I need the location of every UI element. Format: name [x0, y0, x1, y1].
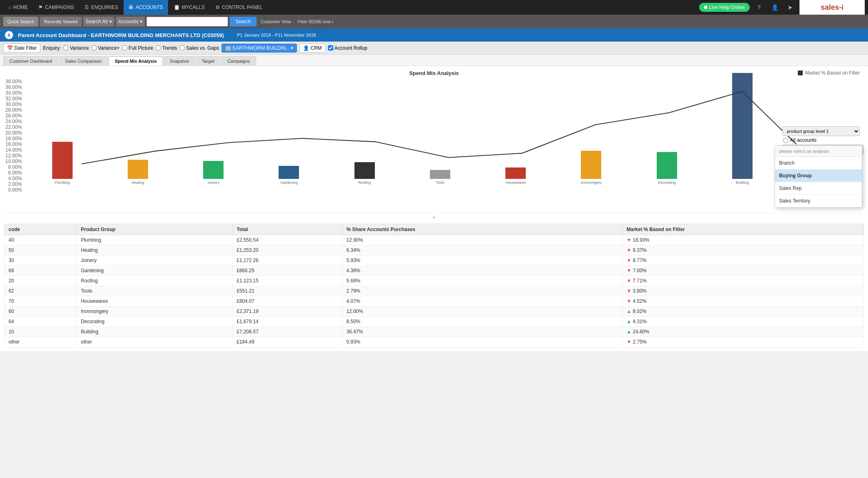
- customer-view-link[interactable]: Customer View: [261, 19, 291, 24]
- bar-roofing[interactable]: [354, 162, 375, 179]
- bar-gardening[interactable]: [279, 166, 299, 179]
- bar-label-heating: Heating: [131, 181, 144, 185]
- variance-radio[interactable]: Variance: [63, 45, 89, 51]
- accounts-dropdown[interactable]: Accounts ▾: [116, 17, 145, 26]
- table-row[interactable]: 40Plumbing£2,550.5412.90% ▼ 18.93%: [4, 235, 864, 245]
- account-rollup-input[interactable]: [328, 45, 333, 51]
- nav-mycalls[interactable]: 📋 MYCALLS: [169, 0, 210, 15]
- chart-resizer[interactable]: +: [4, 213, 864, 221]
- table-row[interactable]: 60Ironmongery£2,371.1912.00% ▲ 8.02%: [4, 306, 864, 317]
- variance-plus-radio[interactable]: Variance+: [91, 45, 120, 51]
- search-go-button[interactable]: Search: [230, 17, 257, 26]
- account-rollup-checkbox[interactable]: Account Rollup: [328, 45, 368, 51]
- table-cell: Gardening: [77, 266, 232, 276]
- date-filter-button[interactable]: 📅 Date Filter: [3, 44, 40, 53]
- bar-housewares[interactable]: [505, 167, 526, 179]
- trend-down-icon: ▼: [627, 288, 633, 294]
- account-period: P1 January 2018 - P11 November 2018: [237, 33, 316, 37]
- tab-campaigns[interactable]: Campaigns: [221, 56, 256, 66]
- bar-building[interactable]: [732, 73, 753, 179]
- all-accounts-radio-row[interactable]: All accounts: [782, 136, 864, 144]
- chart-container: 38.00% 36.00% 34.00% 32.00% 30.00% 28.00…: [4, 79, 864, 201]
- search-input[interactable]: [146, 17, 228, 26]
- bar-label-plumbing: Plumbing: [55, 181, 70, 185]
- table-row[interactable]: 50Heating£1,253.206.34% ▼ 9.37%: [4, 245, 864, 256]
- forward-button[interactable]: ➤: [784, 1, 796, 13]
- bar-plumbing[interactable]: [52, 142, 73, 179]
- bar-label-gardening: Gardening: [280, 181, 297, 185]
- nav-accounts[interactable]: 🏛 ACCOUNTS: [124, 0, 168, 15]
- bar-tools[interactable]: [430, 170, 450, 179]
- trends-radio[interactable]: Trends: [155, 45, 177, 51]
- earthworm-button[interactable]: 🏢 EARTHWORM BUILDIN... ▾: [221, 44, 297, 53]
- tab-spend-mix-analysis[interactable]: Spend Mix Analysis: [108, 56, 163, 66]
- sales-vs-gaps-radio[interactable]: Sales vs. Gaps: [179, 45, 219, 51]
- recently-viewed-button[interactable]: Recently Viewed: [40, 17, 82, 26]
- crm-button[interactable]: 👤 CRM: [299, 44, 325, 53]
- all-accounts-radio[interactable]: [783, 138, 788, 143]
- full-picture-radio-input[interactable]: [122, 45, 127, 51]
- bar-group-joinery: Joinery: [176, 161, 251, 185]
- bar-heating[interactable]: [128, 160, 148, 179]
- table-cell: £1,679.14: [232, 317, 342, 327]
- table-cell: 64: [4, 317, 77, 327]
- chart-inner: PlumbingHeatingJoineryGardeningRoofingTo…: [24, 79, 864, 193]
- table-row[interactable]: 68Gardening£866.254.38% ▼ 7.00%: [4, 266, 864, 276]
- table-row[interactable]: otherother£184.490.93% ▼ 2.75%: [4, 337, 864, 347]
- chart-area: Spend Mix Analysis Market % Based on Fil…: [4, 70, 864, 209]
- full-picture-radio[interactable]: Full Picture: [122, 45, 153, 51]
- table-cell-market: ▲ 24.80%: [622, 327, 864, 337]
- analysis-item-sales-rep[interactable]: Sales Rep: [775, 182, 862, 195]
- toolbar: 📅 Date Filter Enquiry: Variance Variance…: [0, 42, 868, 55]
- table-cell-market: ▼ 3.80%: [622, 286, 864, 296]
- table-row[interactable]: 10Building£7,208.5736.47% ▲ 24.80%: [4, 327, 864, 337]
- table-row[interactable]: 64Decorating£1,679.148.50% ▲ 4.31%: [4, 317, 864, 327]
- nav-enquiries[interactable]: ☰ ENQUIRIES: [80, 0, 123, 15]
- table-cell: 36.47%: [342, 327, 622, 337]
- table-cell: 5.68%: [342, 276, 622, 286]
- table-cell: Roofing: [77, 276, 232, 286]
- nav-control-panel[interactable]: ⚙ CONTROL PANEL: [210, 0, 268, 15]
- nav-home[interactable]: ⌂ HOME: [3, 0, 33, 15]
- sales-vs-gaps-radio-input[interactable]: [179, 45, 185, 51]
- table-cell: £551.21: [232, 286, 342, 296]
- table-cell: £866.25: [232, 266, 342, 276]
- table-cell: 8.50%: [342, 317, 622, 327]
- table-row[interactable]: 30Joinery£1,172.265.93% ▼ 8.77%: [4, 256, 864, 266]
- bar-decorating[interactable]: [657, 152, 677, 179]
- y-axis: 38.00% 36.00% 34.00% 32.00% 30.00% 28.00…: [4, 79, 24, 193]
- tab-snapshot[interactable]: Snapshot: [164, 56, 195, 66]
- table-row[interactable]: 62Tools£551.212.79% ▼ 3.80%: [4, 286, 864, 296]
- tab-customer-dashboard[interactable]: Customer Dashboard: [3, 56, 58, 66]
- table-row[interactable]: 20Roofing£1,123.155.68% ▼ 7.71%: [4, 276, 864, 286]
- profile-button[interactable]: 👤: [768, 1, 781, 13]
- chart-legend: Market % Based on Filter: [798, 70, 860, 76]
- trend-up-icon: ▲: [627, 329, 633, 335]
- trend-down-icon: ▼: [627, 258, 633, 263]
- analysis-item-branch[interactable]: Branch: [775, 157, 862, 170]
- tab-target[interactable]: Target: [196, 56, 221, 66]
- help-button[interactable]: ?: [753, 1, 765, 13]
- trends-radio-input[interactable]: [155, 45, 161, 51]
- table-cell-market: ▲ 4.31%: [622, 317, 864, 327]
- tab-sales-comparison[interactable]: Sales Comparison: [59, 56, 108, 66]
- variance-radio-input[interactable]: [63, 45, 69, 51]
- mycalls-icon: 📋: [174, 4, 180, 10]
- bar-group-housewares: Housewares: [478, 167, 554, 185]
- product-group-select[interactable]: product group level 1: [782, 126, 860, 136]
- table-cell-market: ▼ 18.93%: [622, 235, 864, 245]
- search-all-dropdown[interactable]: Search All ▾: [83, 17, 114, 26]
- table-cell: 6.34%: [342, 245, 622, 256]
- live-help-button[interactable]: Live Help Online: [699, 3, 750, 12]
- table-cell: 0.93%: [342, 337, 622, 347]
- variance-plus-radio-input[interactable]: [91, 45, 97, 51]
- table-cell: £2,371.19: [232, 306, 342, 317]
- analysis-item-buying-group[interactable]: Buying Group: [775, 170, 862, 182]
- bar-joinery[interactable]: [203, 161, 224, 179]
- nav-campaigns[interactable]: ⚑ CAMPAIGNS: [33, 0, 79, 15]
- analysis-item-sales-territory[interactable]: Sales Territory: [775, 195, 862, 207]
- table-row[interactable]: 70Housewares£804.074.07% ▼ 4.52%: [4, 296, 864, 306]
- control-panel-icon: ⚙: [215, 4, 220, 10]
- quick-search-button[interactable]: Quick Search: [3, 17, 38, 26]
- bar-ironmongery[interactable]: [581, 151, 601, 179]
